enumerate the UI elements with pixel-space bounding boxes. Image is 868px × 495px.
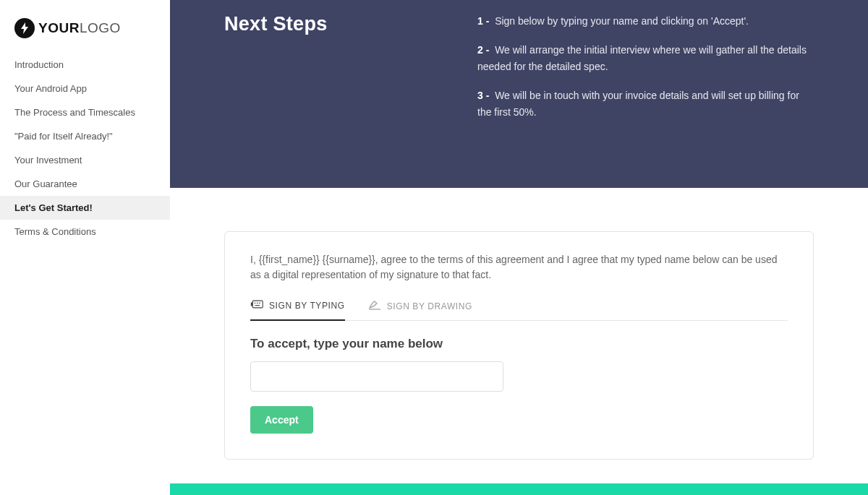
sidebar-item-lets-get-started[interactable]: Let's Get Started! [0,196,170,220]
content-area: I, {{first_name}} {{surname}}, agree to … [170,188,868,481]
accept-button[interactable]: Accept [250,406,313,434]
sidebar: YOURLOGO Introduction Your Android App T… [0,0,170,495]
accept-prompt: To accept, type your name below [250,337,788,351]
sidebar-item-terms-conditions[interactable]: Terms & Conditions [0,220,170,244]
step-3: 3 - We will be in touch with your invoic… [477,87,814,120]
step-1: 1 - Sign below by typing your name and c… [477,13,814,29]
tab-sign-by-typing[interactable]: SIGN BY TYPING [250,298,345,321]
tab-sign-by-drawing[interactable]: SIGN BY DRAWING [368,298,472,321]
hero-section: Next Steps 1 - Sign below by typing your… [170,0,868,188]
sidebar-item-paid-for-itself[interactable]: "Paid for Itself Already!" [0,124,170,148]
main-content: Next Steps 1 - Sign below by typing your… [170,0,868,495]
keyboard-icon [250,298,263,312]
sidebar-item-introduction[interactable]: Introduction [0,53,170,77]
logo-text: YOURLOGO [38,20,121,36]
svg-rect-1 [251,303,252,306]
pen-icon [368,299,381,313]
svg-rect-0 [252,301,263,308]
sidebar-item-our-guarantee[interactable]: Our Guarantee [0,172,170,196]
logo: YOURLOGO [0,18,170,53]
signature-card: I, {{first_name}} {{surname}}, agree to … [224,231,814,460]
step-2: 2 - We will arrange the initial intervie… [477,42,814,74]
footer-bar [170,483,868,495]
logo-bolt-icon [14,18,35,38]
agreement-text: I, {{first_name}} {{surname}}, agree to … [250,252,788,283]
signature-tabs: SIGN BY TYPING SIGN BY DRAWING [250,298,788,321]
tab-drawing-label: SIGN BY DRAWING [387,301,472,311]
tab-typing-label: SIGN BY TYPING [269,301,345,311]
sidebar-item-your-investment[interactable]: Your Investment [0,148,170,172]
name-input[interactable] [250,361,503,392]
sidebar-item-your-android-app[interactable]: Your Android App [0,77,170,100]
page-title: Next Steps [224,13,441,35]
sidebar-item-process-timescales[interactable]: The Process and Timescales [0,100,170,124]
